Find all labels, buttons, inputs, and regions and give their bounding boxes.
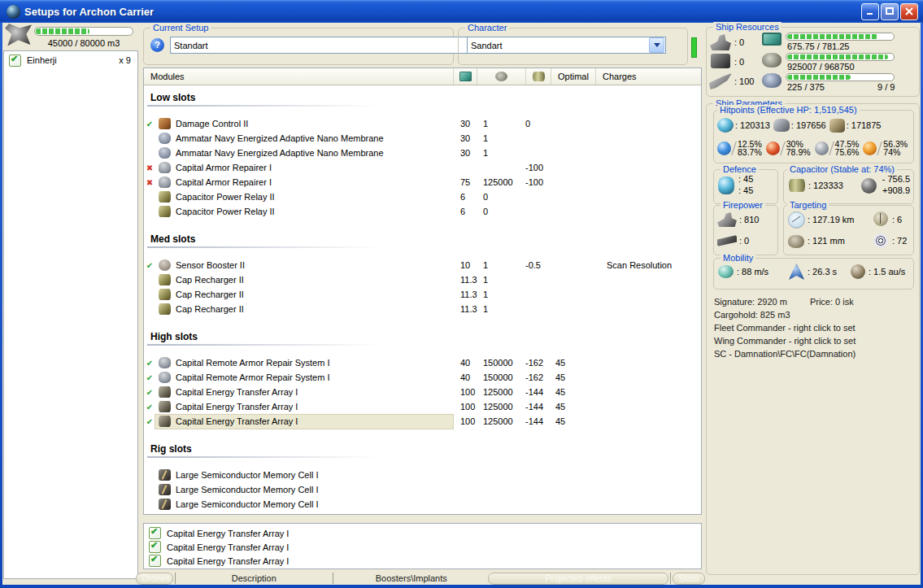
module-name: Capital Remote Armor Repair System I [176,372,330,382]
charge-row[interactable]: Capital Energy Transfer Array I [144,540,701,554]
max-targets-icon [873,211,888,226]
tab-description[interactable]: Description [177,573,331,583]
cap-recharger-icon [159,303,171,315]
module-row[interactable]: Large Semiconductor Memory Cell I [144,497,701,512]
armor-repairer-icon [159,176,171,188]
ship-resources-label: Ship Resources [713,22,782,32]
modules-header[interactable]: Modules Optimal Charges [144,68,701,85]
module-row[interactable]: ✔Capital Energy Transfer Array I10012500… [144,414,701,429]
memory-cell-icon [159,499,171,510]
ship-parameters-group: Ship Parameters Hitpoints (Effective HP:… [706,103,920,575]
module-name: Cap Recharger II [176,290,244,299]
module-row[interactable]: Large Semiconductor Memory Cell I [144,468,701,482]
module-row[interactable]: Capacitor Power Relay II60 [144,204,701,219]
module-row[interactable]: Cap Recharger II11.31 [144,302,701,316]
cpu-value: 6 [453,192,477,202]
capacitor-value: -162 [525,372,551,382]
cpu-value: 10 [453,260,477,270]
module-section: Med slots✔Sensor Booster II101-0.5Scan R… [144,219,701,316]
charges-panel: Capital Energy Transfer Array ICapital E… [143,523,702,569]
error-x-icon: ✖ [144,163,155,172]
powergrid-column-header[interactable] [477,68,525,85]
module-label-wrap: Capital Energy Transfer Array I [155,385,453,399]
squad-commander-info[interactable]: SC - Damnation\FC\FC(Damnation) [714,349,856,359]
module-row[interactable]: Capacitor Power Relay II60 [144,189,701,204]
missile-dps-icon [717,235,737,246]
drones-button[interactable]: Drones [136,573,173,585]
mobility-group: Mobility : 88 m/s : 26.3 s : 1.5 au/s [713,258,914,290]
module-label-wrap: Ammatar Navy Energized Adaptive Nano Mem… [155,132,453,146]
cpu-value: 40 [453,358,477,368]
module-row[interactable]: ✔Sensor Booster II101-0.5Scan Resolution [144,258,701,272]
close-button[interactable] [900,3,918,20]
armor-repairer-icon [159,162,171,173]
powergrid-value: 0 [477,192,525,202]
armor-hp-value: : 197656 [791,120,826,130]
remote-repair-icon [159,357,171,368]
warp-speed-value: : 1.5 au/s [869,267,905,277]
module-row[interactable]: ✔Capital Remote Armor Repair System I401… [144,355,701,370]
drone-checkbox[interactable] [9,54,21,67]
remote-repair-icon [159,372,171,383]
capacitor-column-header[interactable] [525,68,551,85]
module-row[interactable]: Ammatar Navy Energized Adaptive Nano Mem… [144,146,701,160]
module-row[interactable]: Ammatar Navy Energized Adaptive Nano Mem… [144,131,701,146]
drone-quantity: x 9 [119,55,131,65]
character-combobox-value: Sandart [468,41,648,50]
optimal-column-header[interactable]: Optimal [551,68,595,85]
projected-effects-button[interactable]: Projected effects [488,573,668,585]
cpu-column-header[interactable] [453,68,477,85]
module-row[interactable]: ✔Capital Energy Transfer Array I10012500… [144,399,701,414]
powergrid-value: 1 [477,148,525,158]
module-label-wrap: Large Semiconductor Memory Cell I [155,483,453,497]
module-row[interactable]: Cap Recharger II11.31 [144,287,701,302]
cpu-value: 75 [453,177,477,187]
charge-row[interactable]: Capital Energy Transfer Array I [144,554,701,568]
cpu-value: 30 [453,133,477,143]
stats-button[interactable]: Stats [673,573,705,585]
module-row[interactable]: Cap Recharger II11.31 [144,272,701,287]
module-label-wrap: Ammatar Navy Energized Adaptive Nano Mem… [155,146,453,160]
maximize-button[interactable] [881,3,899,20]
charge-checkbox[interactable] [149,527,161,539]
combo-arrow-icon[interactable] [649,37,664,53]
module-row[interactable]: Large Semiconductor Memory Cell I [144,482,701,497]
module-row[interactable]: ✔Capital Energy Transfer Array I10012500… [144,385,701,399]
charges-header-label: Charges [596,72,637,81]
powergrid-progressbar [786,53,895,61]
module-row[interactable]: ✔Capital Remote Armor Repair System I401… [144,370,701,385]
damage-control-icon [159,118,171,129]
fleet-commander-info[interactable]: Fleet Commander - right click to set [714,323,856,333]
drone-list-item[interactable]: Einherji x 9 [4,51,137,68]
powergrid-value: 125000 [477,177,525,187]
capacitor-peak-usage: - 756.5 [882,174,910,184]
defence-group: Defence : 45 : 45 [713,169,778,204]
targeting-label: Targeting [787,200,829,210]
cpu-value: 40 [453,372,477,382]
tab-boosters-implants[interactable]: Boosters\Implants [335,573,489,583]
minimize-button[interactable] [861,3,879,20]
charge-row[interactable]: Capital Energy Transfer Array I [144,526,701,540]
charges-column-header[interactable]: Charges [595,68,701,85]
character-combobox[interactable]: Sandart [467,37,666,54]
drone-list[interactable]: Einherji x 9 [3,50,138,579]
tab-separator [333,573,333,584]
module-row[interactable]: ✖Capital Armor Repairer I75125000-100 [144,175,701,189]
max-targets-value: : 6 [892,215,902,224]
character-group: Character Sandart [458,28,688,65]
charge-checkbox[interactable] [149,555,161,567]
module-section: Rig slotsLarge Semiconductor Memory Cell… [144,429,701,512]
cap-relay-icon [159,191,171,203]
energy-transfer-icon [159,401,171,412]
titlebar[interactable]: Setups for Archon Carrier [0,0,923,23]
help-icon[interactable]: ? [150,38,164,52]
cpu-value: 11.3 [453,290,477,299]
module-row[interactable]: ✔Damage Control II3010 [144,116,701,131]
wing-commander-info[interactable]: Wing Commander - right click to set [714,336,856,346]
module-label-wrap: Capital Armor Repairer I [155,161,453,175]
module-row[interactable]: ✖Capital Armor Repairer I-100 [144,160,701,175]
max-velocity-value: : 88 m/s [737,267,768,277]
charge-checkbox[interactable] [149,541,161,553]
drone-bay-capacity: 45000 / 80000 m3 [34,38,133,48]
modules-column-header[interactable]: Modules [144,68,453,85]
